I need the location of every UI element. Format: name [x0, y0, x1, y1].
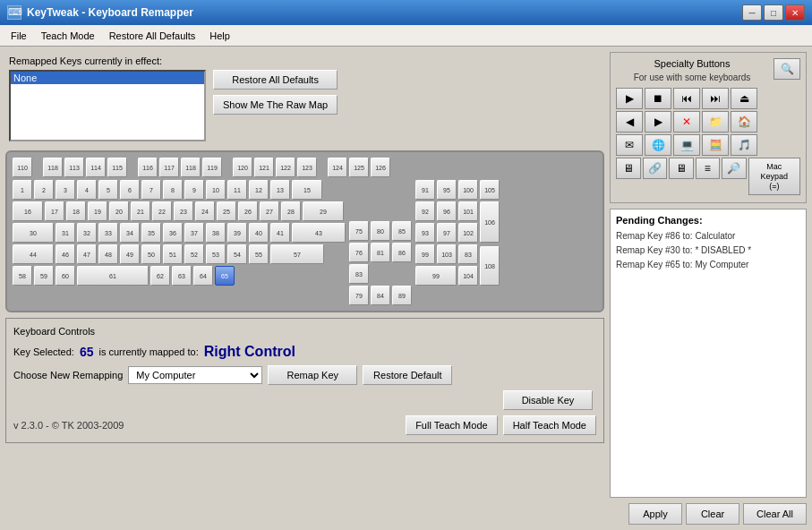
key-19[interactable]: 19 — [88, 201, 107, 221]
key-120[interactable]: 120 — [233, 158, 252, 177]
key-np-105[interactable]: 105 — [480, 180, 500, 200]
key-52[interactable]: 52 — [184, 244, 204, 264]
key-121[interactable]: 121 — [254, 158, 274, 177]
key-41[interactable]: 41 — [270, 223, 290, 243]
spec-btn-magnify[interactable]: 🔎 — [722, 158, 747, 179]
spec-btn-next[interactable]: ⏭ — [702, 88, 729, 109]
key-3[interactable]: 3 — [56, 180, 75, 200]
spec-btn-close2[interactable]: ✕ — [673, 111, 700, 132]
key-nav-80[interactable]: 80 — [371, 221, 390, 241]
key-26[interactable]: 26 — [238, 201, 258, 221]
key-1[interactable]: 1 — [13, 180, 32, 200]
key-np-83b[interactable]: 83 — [458, 244, 478, 264]
apply-button[interactable]: Apply — [628, 503, 682, 525]
key-39[interactable]: 39 — [227, 223, 247, 243]
menu-file[interactable]: File — [4, 28, 34, 44]
key-np-92[interactable]: 92 — [415, 201, 435, 221]
key-64[interactable]: 64 — [193, 266, 213, 286]
spec-btn-prev[interactable]: ⏮ — [673, 88, 700, 109]
key-110[interactable]: 110 — [13, 158, 32, 177]
clear-button[interactable]: Clear — [686, 503, 739, 525]
full-teach-mode-button[interactable]: Full Teach Mode — [406, 415, 498, 435]
key-31[interactable]: 31 — [56, 223, 75, 243]
spec-btn-media[interactable]: 🎵 — [731, 134, 757, 156]
key-113[interactable]: 113 — [64, 158, 84, 177]
key-116[interactable]: 116 — [138, 158, 158, 177]
restore-all-defaults-button[interactable]: Restore All Defaults — [213, 70, 338, 90]
spec-btn-play[interactable]: ▶ — [616, 88, 643, 109]
key-27[interactable]: 27 — [260, 201, 279, 221]
key-125[interactable]: 125 — [349, 158, 369, 177]
key-np-99[interactable]: 99 — [415, 244, 435, 264]
key-nav-84[interactable]: 84 — [371, 286, 390, 305]
key-11[interactable]: 11 — [227, 180, 247, 200]
remap-select[interactable]: My Computer Calculator Email Browser Hom… — [128, 366, 262, 384]
key-nav-86[interactable]: 86 — [392, 243, 412, 262]
key-43[interactable]: 43 — [292, 223, 346, 243]
key-18[interactable]: 18 — [66, 201, 86, 221]
key-6[interactable]: 6 — [120, 180, 140, 200]
key-126[interactable]: 126 — [371, 158, 390, 177]
key-48[interactable]: 48 — [98, 244, 118, 264]
key-15[interactable]: 15 — [292, 180, 322, 200]
restore-default-button[interactable]: Restore Default — [363, 365, 452, 385]
key-nav-83[interactable]: 83 — [349, 264, 369, 284]
key-28[interactable]: 28 — [281, 201, 301, 221]
key-123[interactable]: 123 — [297, 158, 317, 177]
key-38[interactable]: 38 — [206, 223, 226, 243]
key-47[interactable]: 47 — [77, 244, 97, 264]
key-49[interactable]: 49 — [120, 244, 140, 264]
key-np-99b[interactable]: 99 — [415, 266, 457, 286]
key-117[interactable]: 117 — [159, 158, 179, 177]
disable-key-button[interactable]: Disable Key — [503, 390, 593, 410]
key-np-104[interactable]: 104 — [458, 266, 478, 286]
spec-btn-forward[interactable]: ▶ — [645, 111, 671, 132]
spec-btn-stop[interactable]: ⏹ — [645, 88, 671, 109]
key-nav-76[interactable]: 76 — [349, 243, 369, 262]
spec-btn-monitor[interactable]: 🖥 — [616, 158, 641, 179]
key-5[interactable]: 5 — [98, 180, 118, 200]
key-60[interactable]: 60 — [56, 266, 75, 286]
spec-btn-search[interactable]: 🔍 — [774, 58, 800, 80]
key-51[interactable]: 51 — [163, 244, 183, 264]
spec-btn-bars[interactable]: ≡ — [696, 158, 721, 179]
key-118[interactable]: 118 — [43, 158, 63, 177]
key-9[interactable]: 9 — [184, 180, 204, 200]
key-32[interactable]: 32 — [77, 223, 97, 243]
key-20[interactable]: 20 — [109, 201, 129, 221]
remapped-list[interactable]: None — [9, 70, 206, 141]
key-nav-89[interactable]: 89 — [392, 286, 412, 305]
key-119[interactable]: 119 — [202, 158, 222, 177]
mac-keypad-button[interactable]: MacKeypad (=) — [748, 158, 800, 195]
key-115[interactable]: 115 — [107, 158, 127, 177]
key-np-101[interactable]: 101 — [458, 201, 478, 221]
spec-btn-eject[interactable]: ⏏ — [731, 88, 757, 109]
key-np-100[interactable]: 100 — [458, 180, 478, 200]
key-50[interactable]: 50 — [141, 244, 161, 264]
key-nav-81[interactable]: 81 — [371, 243, 390, 262]
key-65[interactable]: 65 — [215, 266, 235, 286]
key-nav-79[interactable]: 79 — [349, 286, 369, 305]
key-55[interactable]: 55 — [249, 244, 269, 264]
key-30[interactable]: 30 — [13, 223, 54, 243]
key-24[interactable]: 24 — [195, 201, 215, 221]
spec-btn-pc[interactable]: 🖥 — [669, 158, 694, 179]
key-16[interactable]: 16 — [13, 201, 43, 221]
key-122[interactable]: 122 — [276, 158, 295, 177]
key-35[interactable]: 35 — [141, 223, 161, 243]
spec-btn-computer[interactable]: 💻 — [673, 134, 700, 156]
key-29[interactable]: 29 — [303, 201, 344, 221]
spec-btn-calc[interactable]: 🧮 — [702, 134, 729, 156]
key-22[interactable]: 22 — [152, 201, 172, 221]
key-np-95[interactable]: 95 — [437, 180, 457, 200]
clear-all-button[interactable]: Clear All — [743, 503, 807, 525]
key-8[interactable]: 8 — [163, 180, 183, 200]
key-58[interactable]: 58 — [13, 266, 32, 286]
key-44[interactable]: 44 — [13, 244, 54, 264]
key-57[interactable]: 57 — [270, 244, 324, 264]
key-np-97[interactable]: 97 — [437, 223, 457, 243]
key-nav-85[interactable]: 85 — [392, 221, 412, 241]
key-62[interactable]: 62 — [150, 266, 170, 286]
key-25[interactable]: 25 — [217, 201, 236, 221]
key-53[interactable]: 53 — [206, 244, 226, 264]
